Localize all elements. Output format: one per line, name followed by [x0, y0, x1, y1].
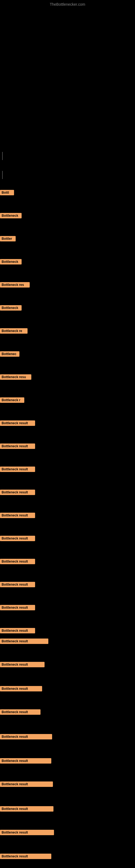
bottleneck-result-label: Bottleneck re: [0, 328, 28, 334]
bottleneck-result-label: Bottleneck result: [0, 830, 54, 835]
bottleneck-result-label: Bottler: [0, 236, 16, 241]
bottleneck-result-label: Bottleneck result: [0, 421, 35, 426]
bottleneck-result-label: Bottleneck result: [0, 806, 53, 812]
bottleneck-result-label: Bottleneck result: [0, 513, 35, 518]
bottleneck-result-label: Bottleneck result: [0, 490, 35, 495]
bottleneck-result-label: Bottleneck: [0, 213, 21, 218]
bottleneck-result-label: Bottleneck result: [0, 662, 45, 667]
bottleneck-result-label: Bottleneck result: [0, 536, 35, 541]
bottleneck-result-label: Bottleneck result: [0, 628, 35, 633]
bottleneck-result-label: Bottlenec: [0, 351, 19, 357]
bottleneck-result-label: Bottleneck result: [0, 582, 35, 587]
bottleneck-result-label: Bottleneck result: [0, 467, 35, 472]
bottleneck-result-label: Bottleneck r: [0, 397, 24, 403]
bottleneck-result-label: Bottleneck resu: [0, 374, 31, 380]
bottleneck-result-label: Bottleneck result: [0, 686, 42, 691]
bottleneck-result-label: Bottleneck result: [0, 854, 51, 859]
vertical-line-1: [2, 152, 3, 160]
bottleneck-result-label: Bottleneck result: [0, 781, 53, 787]
bottleneck-result-label: Bottl: [0, 190, 14, 195]
vertical-line-2: [2, 171, 3, 179]
bottleneck-result-label: Bottleneck result: [0, 443, 35, 449]
bottleneck-result-label: Bottleneck: [0, 305, 21, 311]
bottleneck-result-label: Bottleneck result: [0, 559, 35, 564]
bottleneck-result-label: Bottleneck result: [0, 709, 41, 715]
bottleneck-result-label: Bottleneck result: [0, 639, 48, 644]
bottleneck-result-label: Bottleneck result: [0, 605, 35, 610]
site-title: TheBottlenecker.com: [50, 2, 85, 6]
bottleneck-result-label: Bottleneck result: [0, 734, 52, 739]
bottleneck-result-label: Bottleneck: [0, 259, 21, 265]
bottleneck-result-label: Bottleneck result: [0, 758, 51, 764]
bottleneck-result-label: Bottleneck res: [0, 282, 30, 287]
